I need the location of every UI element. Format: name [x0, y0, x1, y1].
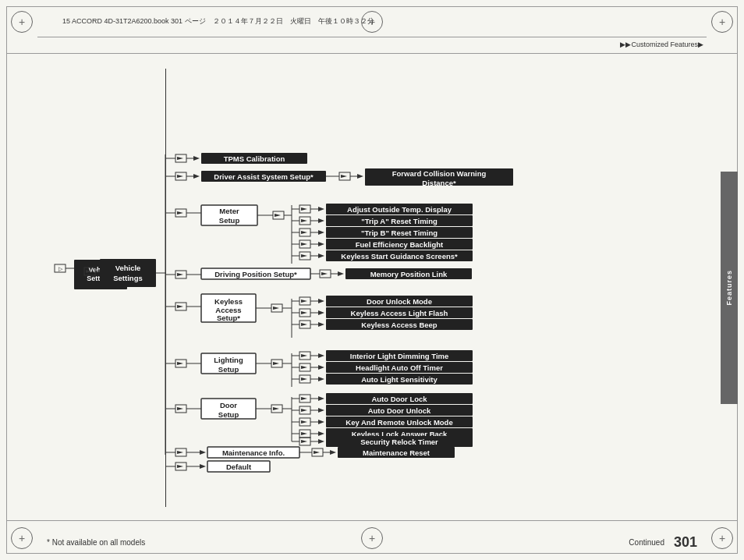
svg-marker-165: [177, 407, 183, 410]
svg-marker-85: [177, 273, 183, 276]
bottom-rule: [6, 520, 738, 521]
svg-text:Maintenance Info.: Maintenance Info.: [222, 448, 285, 457]
svg-marker-212: [177, 451, 183, 454]
diagram-svg: Vehicle Settings ▷ Vehicle Settings TPMS…: [31, 53, 710, 490]
svg-marker-45: [275, 214, 281, 217]
svg-text:▷: ▷: [58, 266, 63, 271]
svg-text:Adjust Outside Temp. Display: Adjust Outside Temp. Display: [347, 205, 452, 214]
svg-marker-186: [318, 408, 324, 413]
svg-marker-228: [200, 464, 206, 469]
svg-text:Driver Assist System Setup*: Driver Assist System Setup*: [214, 172, 314, 181]
svg-text:Setup: Setup: [219, 216, 240, 225]
svg-marker-23: [177, 175, 183, 178]
svg-text:Default: Default: [226, 463, 252, 471]
svg-text:Driving Position Setup*: Driving Position Setup*: [214, 270, 297, 278]
svg-text:Forward Collision Warning: Forward Collision Warning: [392, 169, 487, 178]
svg-marker-221: [330, 450, 336, 455]
svg-marker-179: [318, 396, 324, 401]
svg-text:Headlight Auto Off Timer: Headlight Auto Off Timer: [356, 363, 443, 372]
svg-text:"Trip A" Reset Timing: "Trip A" Reset Timing: [361, 217, 438, 225]
svg-marker-106: [273, 307, 279, 310]
svg-text:Auto Light Sensitivity: Auto Light Sensitivity: [361, 375, 438, 384]
svg-marker-207: [318, 439, 324, 444]
svg-text:Security Relock Timer: Security Relock Timer: [360, 438, 438, 446]
svg-text:Door: Door: [220, 401, 237, 409]
breadcrumb: ▶▶Customized Features▶: [620, 41, 703, 48]
svg-text:Keyless: Keyless: [214, 297, 243, 306]
svg-text:Vehicle: Vehicle: [115, 264, 141, 272]
svg-marker-200: [318, 431, 324, 436]
svg-marker-78: [301, 254, 307, 257]
svg-marker-64: [301, 231, 307, 234]
svg-text:Setup: Setup: [218, 410, 239, 419]
svg-text:Keyless Access Light Flash: Keyless Access Light Flash: [351, 309, 448, 317]
svg-marker-172: [273, 407, 279, 410]
svg-text:Keyless Access Beep: Keyless Access Beep: [361, 321, 438, 329]
svg-text:Setup: Setup: [218, 365, 239, 374]
svg-text:Fuel Efficiency Backlight: Fuel Efficiency Backlight: [356, 240, 444, 249]
svg-marker-59: [318, 218, 324, 223]
svg-marker-50: [301, 207, 307, 211]
svg-marker-132: [177, 362, 183, 365]
svg-text:Setup*: Setup*: [217, 314, 240, 322]
continued-label: Continued: [629, 538, 664, 547]
svg-text:Settings: Settings: [113, 274, 142, 282]
svg-marker-193: [318, 420, 324, 424]
svg-marker-153: [318, 365, 324, 370]
svg-text:Lighting: Lighting: [214, 356, 243, 364]
svg-marker-38: [177, 211, 183, 214]
file-info: 15 ACCORD 4D-31T2A6200.book 301 ページ ２０１４…: [62, 16, 374, 27]
svg-text:Meter: Meter: [219, 207, 239, 215]
svg-marker-80: [318, 253, 324, 258]
svg-marker-198: [301, 432, 307, 435]
svg-marker-146: [318, 353, 324, 358]
svg-marker-205: [301, 440, 307, 443]
svg-marker-177: [301, 397, 307, 400]
svg-text:Key And Remote Unlock Mode: Key And Remote Unlock Mode: [345, 418, 452, 427]
svg-marker-214: [200, 450, 206, 455]
svg-text:Door Unlock Mode: Door Unlock Mode: [367, 297, 432, 306]
svg-marker-120: [318, 310, 324, 315]
svg-marker-52: [318, 207, 324, 211]
page-number: 301: [674, 534, 697, 551]
svg-marker-151: [301, 366, 307, 369]
svg-marker-139: [273, 362, 279, 365]
svg-marker-219: [314, 451, 320, 454]
svg-marker-66: [318, 230, 324, 235]
svg-text:Keyless Start Guidance Screens: Keyless Start Guidance Screens*: [341, 252, 458, 261]
svg-marker-125: [301, 323, 307, 326]
svg-marker-118: [301, 311, 307, 314]
svg-marker-32: [357, 174, 363, 179]
svg-text:Memory Position Link: Memory Position Link: [370, 270, 448, 278]
footnote: * Not available on all models: [47, 538, 145, 547]
svg-text:"Trip B" Reset Timing: "Trip B" Reset Timing: [361, 229, 438, 237]
svg-marker-73: [318, 242, 324, 246]
svg-marker-160: [318, 377, 324, 381]
svg-marker-98: [177, 305, 183, 308]
svg-marker-191: [301, 420, 307, 424]
svg-marker-25: [193, 174, 200, 179]
svg-marker-93: [338, 271, 344, 276]
svg-text:TPMS Calibration: TPMS Calibration: [224, 154, 285, 163]
svg-marker-30: [341, 175, 347, 178]
svg-marker-57: [301, 219, 307, 222]
svg-marker-113: [318, 299, 324, 303]
svg-marker-111: [301, 299, 307, 303]
svg-marker-91: [321, 272, 328, 275]
svg-text:Maintenance Reset: Maintenance Reset: [363, 448, 430, 457]
svg-marker-184: [301, 409, 307, 412]
svg-text:Interior Light Dimming Time: Interior Light Dimming Time: [350, 352, 449, 360]
svg-marker-71: [301, 243, 307, 246]
svg-text:Auto Door Lock: Auto Door Lock: [371, 395, 427, 403]
svg-text:Auto Door Unlock: Auto Door Unlock: [368, 406, 431, 415]
svg-marker-144: [301, 354, 307, 357]
footer: * Not available on all models Continued …: [47, 534, 697, 551]
features-sidebar-tab: Features: [721, 172, 738, 404]
svg-marker-127: [318, 322, 324, 327]
svg-text:Distance*: Distance*: [422, 179, 456, 187]
svg-marker-158: [301, 377, 307, 381]
svg-marker-16: [177, 157, 183, 160]
svg-marker-18: [193, 156, 200, 161]
svg-marker-226: [177, 465, 183, 468]
